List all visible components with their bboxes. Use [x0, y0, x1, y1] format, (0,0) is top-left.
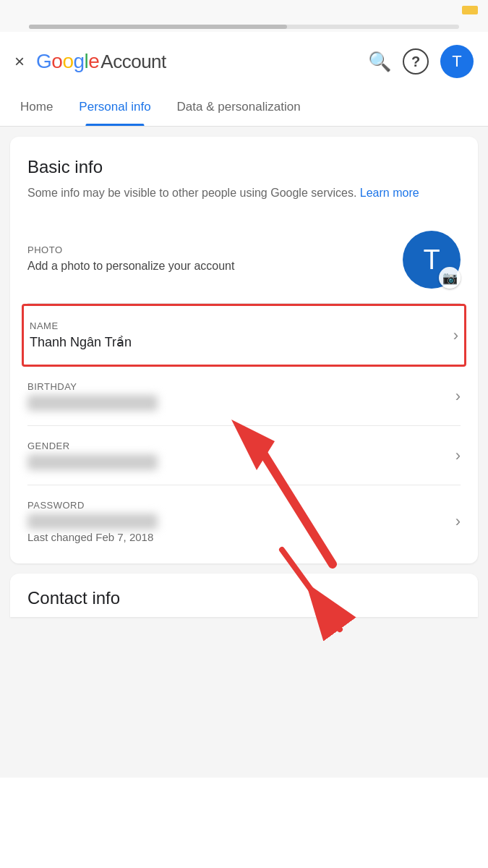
password-subtext: Last changed Feb 7, 2018 [27, 531, 158, 543]
basic-info-subtitle: Some info may be visible to other people… [27, 184, 461, 202]
photo-avatar-wrap: T 📷 [403, 231, 461, 289]
header: × Google Account 🔍 ? T [0, 32, 488, 88]
phone-frame: × Google Account 🔍 ? T Home Personal inf… [0, 0, 488, 868]
birthday-chevron-icon: › [455, 387, 461, 406]
tab-personal-info[interactable]: Personal info [66, 88, 163, 126]
name-label: NAME [30, 320, 132, 331]
password-value [27, 514, 158, 529]
subtitle-text: Some info may be visible to other people… [27, 187, 356, 199]
photo-info: PHOTO Add a photo to personalize your ac… [27, 244, 234, 274]
gender-value [27, 454, 158, 470]
status-bar [0, 0, 488, 20]
photo-description: Add a photo to personalize your account [27, 258, 234, 274]
name-chevron-icon: › [453, 326, 458, 345]
birthday-label: BIRTHDAY [27, 381, 158, 392]
gender-row[interactable]: GENDER › [27, 426, 461, 485]
help-button[interactable]: ? [403, 48, 429, 75]
name-value: Thanh Ngân Trần [30, 334, 132, 350]
contact-info-title: Contact info [27, 588, 461, 608]
tab-data-personalization[interactable]: Data & personalization [164, 88, 314, 126]
scroll-indicator-track [29, 25, 459, 29]
scroll-indicator [29, 25, 287, 29]
logo-g2-blue: g [73, 50, 84, 73]
search-icon[interactable]: 🔍 [368, 51, 391, 73]
basic-info-card: Basic info Some info may be visible to o… [10, 137, 478, 563]
camera-icon: 📷 [439, 267, 461, 289]
gender-chevron-icon: › [455, 446, 461, 465]
gender-label: GENDER [27, 441, 158, 451]
photo-section[interactable]: PHOTO Add a photo to personalize your ac… [27, 219, 461, 304]
basic-info-title: Basic info [27, 157, 461, 177]
logo-g-blue: G [36, 50, 51, 73]
contact-info-card: Contact info [10, 574, 478, 617]
name-info: NAME Thanh Ngân Trần [30, 320, 132, 350]
account-text: Account [100, 51, 166, 73]
birthday-row[interactable]: BIRTHDAY › [27, 367, 461, 426]
logo-o-yellow: o [62, 50, 73, 73]
name-row-highlight: NAME Thanh Ngân Trần › [22, 304, 466, 367]
nav-tabs: Home Personal info Data & personalizatio… [0, 88, 488, 127]
password-info: PASSWORD Last changed Feb 7, 2018 [27, 500, 158, 543]
avatar[interactable]: T [440, 45, 474, 78]
name-row[interactable]: NAME Thanh Ngân Trần › [30, 306, 458, 365]
logo-e-red: e [88, 50, 99, 73]
google-logo: Google Account [36, 50, 166, 73]
password-row[interactable]: PASSWORD Last changed Feb 7, 2018 › [27, 485, 461, 558]
gender-info: GENDER [27, 441, 158, 470]
close-button[interactable]: × [14, 53, 25, 70]
birthday-value [27, 395, 158, 411]
password-chevron-icon: › [455, 512, 461, 531]
tab-home[interactable]: Home [7, 88, 66, 126]
photo-label: PHOTO [27, 244, 234, 255]
birthday-info: BIRTHDAY [27, 381, 158, 411]
logo-o-red: o [51, 50, 62, 73]
password-label: PASSWORD [27, 500, 158, 511]
battery-icon [462, 6, 478, 14]
learn-more-link[interactable]: Learn more [360, 187, 419, 199]
main-content: Basic info Some info may be visible to o… [0, 127, 488, 778]
